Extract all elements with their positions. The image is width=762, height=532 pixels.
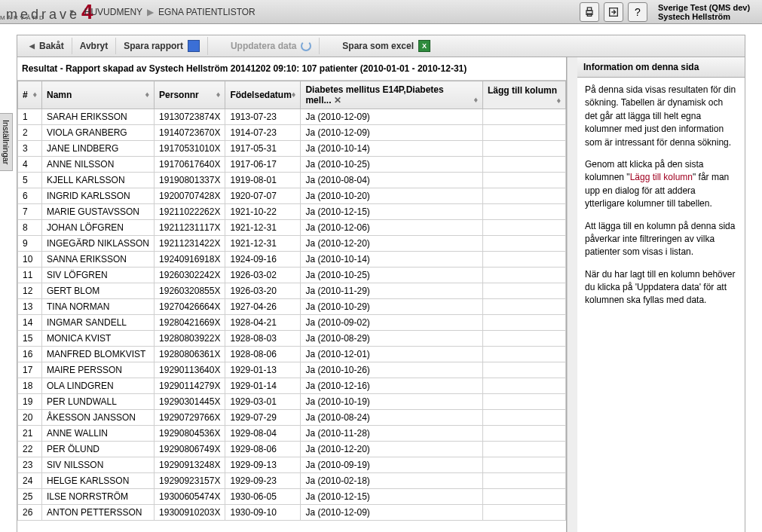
table-row[interactable]: 25ILSE NORRSTRÖM19300605474X1930-06-05Ja… xyxy=(18,489,566,505)
save-report-button[interactable]: Spara rapport xyxy=(116,37,208,55)
table-row[interactable]: 22PER ÖLUND19290806749X1929-08-06Ja (201… xyxy=(18,442,566,457)
table-row[interactable]: 18OLA LINDGREN19290114279X1929-01-14Ja (… xyxy=(18,378,566,394)
cell-name: JANE LINDBERG xyxy=(42,141,155,157)
table-row[interactable]: 2VIOLA GRANBERG19140723670X1914-07-23Ja … xyxy=(18,125,566,141)
scrollbar[interactable] xyxy=(567,57,577,532)
cell-diag: Ja (2010-12-15) xyxy=(301,204,483,220)
cell-name: SIV LÖFGREN xyxy=(42,268,155,283)
cell-diag: Ja (2010-12-09) xyxy=(301,125,483,141)
cell-num: 21 xyxy=(18,426,42,442)
cell-personnr: 19290923157X xyxy=(155,473,225,489)
table-row[interactable]: 7MARIE GUSTAVSSON19211022262X1921-10-22J… xyxy=(18,204,566,220)
table-row[interactable]: 13TINA NORMAN19270426664X1927-04-26Ja (2… xyxy=(18,299,566,315)
table-row[interactable]: 4ANNE NILSSON19170617640X1917-06-17Ja (2… xyxy=(18,157,566,173)
back-button[interactable]: ◀Bakåt xyxy=(22,38,72,54)
table-row[interactable]: 14INGMAR SANDELL19280421669X1928-04-21Ja… xyxy=(18,315,566,331)
help-icon[interactable]: ? xyxy=(628,2,647,22)
cell-num: 6 xyxy=(18,188,42,204)
col-header-num[interactable]: #♦ xyxy=(18,81,42,109)
table-row[interactable]: 19PER LUNDWALL19290301445X1929-03-01Ja (… xyxy=(18,394,566,410)
table-row[interactable]: 6INGRID KARLSSON19200707428X1920-07-07Ja… xyxy=(18,188,566,204)
table-row[interactable]: 1SARAH ERIKSSON19130723874X1913-07-23Ja … xyxy=(18,109,566,125)
cell-num: 15 xyxy=(18,331,42,347)
cell-diag: Ja (2010-10-29) xyxy=(301,299,483,315)
table-row[interactable]: 10SANNA ERIKSSON19240916918X1924-09-16Ja… xyxy=(18,252,566,268)
cell-diag: Ja (2010-12-09) xyxy=(301,505,483,521)
cell-addcol xyxy=(483,378,566,394)
cell-addcol xyxy=(483,331,566,347)
cell-dob: 1928-04-21 xyxy=(225,315,301,331)
cell-personnr: 19280806361X xyxy=(155,347,225,362)
breadcrumb-current: EGNA PATIENTLISTOR xyxy=(158,7,256,17)
update-data-button[interactable]: Uppdatera data xyxy=(223,38,320,54)
table-row[interactable]: 21ANNE WALLIN19290804536X1929-08-04Ja (2… xyxy=(18,426,566,442)
remove-column-icon[interactable]: ✕ xyxy=(334,95,341,105)
cell-name: VIOLA GRANBERG xyxy=(42,125,155,141)
results-table-container[interactable]: #♦ Namn♦ Personnr♦ Födelsedatum♦ Diabete… xyxy=(17,81,566,532)
col-header-add-column[interactable]: Lägg till kolumn♦ xyxy=(483,81,566,109)
table-row[interactable]: 9INGEGÄRD NIKLASSON19211231422X1921-12-3… xyxy=(18,236,566,252)
table-row[interactable]: 5KJELL KARLSSON19190801337X1919-08-01Ja … xyxy=(18,173,566,188)
cell-personnr: 19290729766X xyxy=(155,410,225,426)
settings-side-tab[interactable]: Inställningar xyxy=(0,113,13,171)
export-icon[interactable] xyxy=(604,2,623,22)
refresh-icon xyxy=(301,41,311,51)
cell-diag: Ja (2010-12-20) xyxy=(301,442,483,457)
table-row[interactable]: 26ANTON PETTERSSON19300910203X1930-09-10… xyxy=(18,505,566,521)
org-name: Sverige Test (QMS dev) xyxy=(658,3,756,12)
cell-diag: Ja (2010-10-20) xyxy=(301,188,483,204)
cell-diag: Ja (2010-10-19) xyxy=(301,394,483,410)
table-row[interactable]: 8JOHAN LÖFGREN19211231117X1921-12-31Ja (… xyxy=(18,220,566,236)
cell-dob: 1927-04-26 xyxy=(225,299,301,315)
cell-personnr: 19260320855X xyxy=(155,283,225,299)
print-icon[interactable] xyxy=(580,2,599,22)
cell-name: GERT BLOM xyxy=(42,283,155,299)
cell-num: 5 xyxy=(18,173,42,188)
cell-addcol xyxy=(483,489,566,505)
col-header-diagnosis[interactable]: Diabetes mellitus E14P,Diabetes mell...✕… xyxy=(301,81,483,109)
table-row[interactable]: 16MANFRED BLOMKVIST19280806361X1928-08-0… xyxy=(18,347,566,362)
col-header-personnr[interactable]: Personnr♦ xyxy=(155,81,225,109)
cell-diag: Ja (2010-12-01) xyxy=(301,347,483,362)
cell-dob: 1929-01-13 xyxy=(225,362,301,378)
cell-addcol xyxy=(483,252,566,268)
dropdown-icon[interactable]: ▼ xyxy=(69,8,75,16)
cell-dob: 1929-09-13 xyxy=(225,457,301,473)
table-row[interactable]: 23SIV NILSSON19290913248X1929-09-13Ja (2… xyxy=(18,457,566,473)
cell-addcol xyxy=(483,283,566,299)
info-panel: Information om denna sida På denna sida … xyxy=(577,57,745,532)
col-header-name[interactable]: Namn♦ xyxy=(42,81,155,109)
cell-diag: Ja (2010-10-14) xyxy=(301,252,483,268)
cell-name: PER LUNDWALL xyxy=(42,394,155,410)
table-row[interactable]: 12GERT BLOM19260320855X1926-03-20Ja (201… xyxy=(18,283,566,299)
cell-personnr: 19211231422X xyxy=(155,236,225,252)
table-row[interactable]: 20ÅKESSON JANSSON19290729766X1929-07-29J… xyxy=(18,410,566,426)
cell-addcol xyxy=(483,157,566,173)
col-header-dob[interactable]: Födelsedatum♦ xyxy=(225,81,301,109)
cell-addcol xyxy=(483,125,566,141)
cancel-button[interactable]: Avbryt xyxy=(72,38,117,54)
table-row[interactable]: 17MAIRE PERSSON19290113640X1929-01-13Ja … xyxy=(18,362,566,378)
cell-num: 22 xyxy=(18,442,42,457)
cell-personnr: 19280803922X xyxy=(155,331,225,347)
info-panel-title: Information om denna sida xyxy=(577,57,745,78)
cell-personnr: 19290806749X xyxy=(155,442,225,457)
cell-addcol xyxy=(483,220,566,236)
cell-num: 7 xyxy=(18,204,42,220)
cell-num: 26 xyxy=(18,505,42,521)
table-row[interactable]: 3JANE LINDBERG19170531010X1917-05-31Ja (… xyxy=(18,141,566,157)
table-row[interactable]: 11SIV LÖFGREN19260302242X1926-03-02Ja (2… xyxy=(18,268,566,283)
save-excel-button[interactable]: Spara som excelX xyxy=(335,37,438,55)
cell-addcol xyxy=(483,141,566,157)
cell-personnr: 19280421669X xyxy=(155,315,225,331)
save-icon xyxy=(188,40,200,52)
table-row[interactable]: 24HELGE KARLSSON19290923157X1929-09-23Ja… xyxy=(18,473,566,489)
cell-diag: Ja (2010-09-19) xyxy=(301,457,483,473)
breadcrumb-main[interactable]: HUVUDMENY xyxy=(84,7,142,17)
cell-diag: Ja (2010-08-24) xyxy=(301,410,483,426)
cell-num: 1 xyxy=(18,109,42,125)
table-row[interactable]: 15MONICA KVIST19280803922X1928-08-03Ja (… xyxy=(18,331,566,347)
cell-dob: 1929-08-04 xyxy=(225,426,301,442)
cell-personnr: 19290301445X xyxy=(155,394,225,410)
info-p3: Att lägga till en kolumn på denna sida p… xyxy=(585,220,737,259)
